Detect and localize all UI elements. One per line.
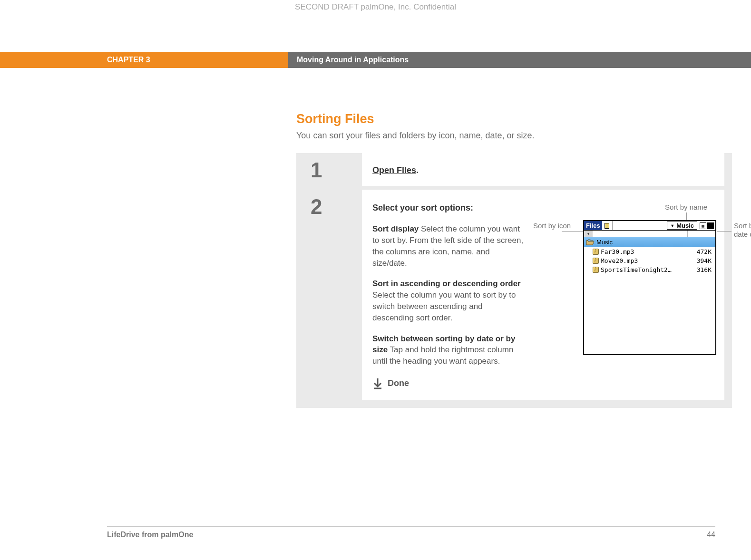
chapter-label: CHAPTER 3 bbox=[0, 52, 288, 68]
view-icon-1[interactable]: ▦ bbox=[700, 222, 706, 229]
footer-page-number: 44 bbox=[707, 531, 715, 539]
step-2-row: 2 Select your sort options: Sort display… bbox=[296, 190, 732, 400]
sort-size-column[interactable] bbox=[688, 231, 715, 237]
column-headers: ▾ bbox=[584, 231, 715, 237]
breadcrumb-label: Music bbox=[596, 239, 613, 246]
done-label: Done bbox=[388, 377, 409, 389]
chapter-title: Moving Around in Applications bbox=[288, 52, 751, 68]
file-name: Move20.mp3 bbox=[601, 257, 687, 264]
done-row: Done bbox=[372, 377, 525, 390]
sort-order-text: Select the column you want to sort by to… bbox=[372, 290, 516, 322]
device-screenshot: Files Music ▦ bbox=[583, 220, 716, 355]
file-row[interactable]: Far30.mp3 472K bbox=[584, 247, 715, 256]
sort-order-label: Sort in ascending or descending order bbox=[372, 279, 521, 288]
footer-product: LifeDrive from palmOne bbox=[107, 531, 193, 539]
folder-open-icon bbox=[586, 239, 595, 245]
figure-wrap: Sort by name Sort by icon Sort by date o… bbox=[529, 202, 714, 390]
step-1-body: Open Files. bbox=[362, 153, 724, 186]
sd-card-icon bbox=[605, 223, 609, 229]
step-2-heading: Select your sort options: bbox=[372, 202, 525, 214]
step-2-body: Select your sort options: Sort display S… bbox=[362, 190, 724, 400]
step-2-text: Select your sort options: Sort display S… bbox=[372, 202, 525, 390]
callout-sort-by-date-size: Sort by date or size bbox=[734, 222, 751, 239]
sort-switch-text: Tap and hold the rightmost column until … bbox=[372, 345, 513, 366]
file-name: SportsTimeTonight2… bbox=[601, 266, 687, 273]
file-size: 394K bbox=[689, 257, 715, 264]
steps-container: 1 Open Files. 2 Select your sort options… bbox=[296, 153, 732, 408]
callout-line bbox=[562, 231, 583, 232]
section-description: You can sort your files and folders by i… bbox=[296, 131, 732, 141]
callout-sort-by-name: Sort by name bbox=[665, 203, 707, 212]
device-header: Files Music ▦ bbox=[584, 221, 715, 231]
section-title: Sorting Files bbox=[296, 112, 732, 126]
category-dropdown[interactable]: Music bbox=[667, 222, 697, 230]
sort-display-label: Sort display bbox=[372, 224, 419, 233]
sort-icon-column[interactable]: ▾ bbox=[584, 231, 593, 237]
main-content: Sorting Files You can sort your files an… bbox=[296, 112, 732, 408]
file-name: Far30.mp3 bbox=[601, 248, 687, 255]
sort-name-column[interactable] bbox=[593, 231, 688, 237]
music-file-icon bbox=[593, 267, 599, 273]
card-icon[interactable] bbox=[602, 221, 613, 230]
dropdown-label: Music bbox=[676, 222, 694, 229]
open-files-link[interactable]: Open Files bbox=[372, 165, 416, 175]
callout-line bbox=[717, 231, 731, 232]
para-sort-display: Sort display Select the column you want … bbox=[372, 223, 525, 269]
callout-sort-by-icon: Sort by icon bbox=[533, 222, 571, 230]
para-sort-switch: Switch between sorting by date or by siz… bbox=[372, 333, 525, 367]
done-arrow-icon bbox=[372, 377, 383, 390]
file-size: 316K bbox=[689, 266, 715, 273]
step-1-dot: . bbox=[416, 165, 419, 175]
file-row[interactable]: Move20.mp3 394K bbox=[584, 256, 715, 265]
files-app-tab[interactable]: Files bbox=[584, 221, 602, 230]
chapter-bar: CHAPTER 3 Moving Around in Applications bbox=[0, 52, 751, 68]
breadcrumb-row[interactable]: Music bbox=[584, 237, 715, 247]
step-number-2: 2 bbox=[296, 190, 362, 400]
file-row[interactable]: SportsTimeTonight2… 316K bbox=[584, 265, 715, 274]
music-file-icon bbox=[593, 249, 599, 255]
view-icon-2[interactable] bbox=[707, 222, 714, 229]
step-number-1: 1 bbox=[296, 153, 362, 186]
music-file-icon bbox=[593, 258, 599, 264]
file-size: 472K bbox=[689, 248, 715, 255]
step-1-row: 1 Open Files. bbox=[296, 153, 732, 186]
confidential-watermark: SECOND DRAFT palmOne, Inc. Confidential bbox=[0, 2, 751, 12]
para-sort-order: Sort in ascending or descending order Se… bbox=[372, 278, 525, 323]
footer-divider bbox=[107, 526, 715, 527]
